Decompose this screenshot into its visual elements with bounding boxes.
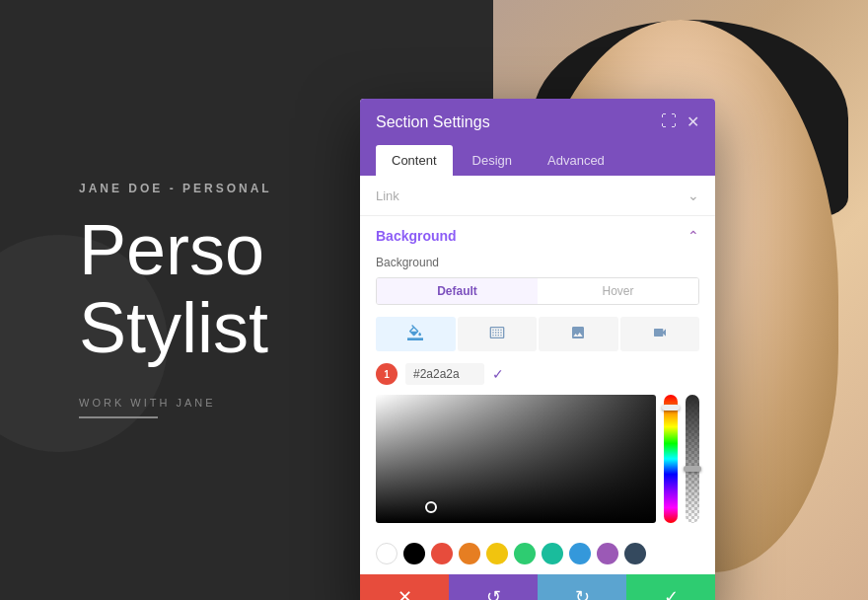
color-swatches bbox=[360, 533, 715, 574]
icon-tab-color[interactable] bbox=[376, 317, 456, 351]
color-picker-container bbox=[360, 395, 715, 533]
section-settings-modal: Section Settings ⛶ ✕ Content Design Adva… bbox=[360, 99, 715, 600]
modal-footer: ✕ ↺ ↻ ✓ bbox=[360, 574, 715, 600]
subtitle-text: JANE DOE - PERSONAL bbox=[79, 182, 272, 195]
cta-underline bbox=[79, 416, 158, 418]
page-title: Perso Stylist bbox=[79, 211, 272, 367]
swatch-yellow[interactable] bbox=[486, 543, 508, 564]
opacity-slider-wrapper bbox=[686, 395, 699, 523]
title-line1: Perso bbox=[79, 211, 272, 289]
opacity-handle bbox=[684, 466, 701, 472]
expand-icon[interactable]: ⛶ bbox=[661, 112, 677, 131]
modal-title: Section Settings bbox=[376, 113, 490, 131]
swatch-teal[interactable] bbox=[542, 543, 563, 564]
page-cta: WORK WITH JANE bbox=[79, 397, 272, 418]
opacity-slider[interactable] bbox=[686, 395, 699, 523]
swatch-orange[interactable] bbox=[459, 543, 480, 564]
color-confirm-icon[interactable]: ✓ bbox=[492, 366, 504, 382]
chevron-down-icon: ⌄ bbox=[687, 188, 699, 203]
color-number-badge: 1 bbox=[376, 363, 398, 385]
icon-tabs bbox=[376, 317, 699, 351]
icon-tab-video[interactable] bbox=[620, 317, 700, 351]
tab-design[interactable]: Design bbox=[457, 145, 528, 176]
opacity-overlay bbox=[686, 395, 699, 523]
link-row[interactable]: Link ⌄ bbox=[360, 176, 715, 216]
modal-tabs: Content Design Advanced bbox=[360, 145, 715, 176]
background-label: Background bbox=[376, 256, 699, 269]
swatch-black[interactable] bbox=[403, 543, 425, 564]
hue-handle bbox=[662, 405, 680, 411]
swatch-purple[interactable] bbox=[597, 543, 618, 564]
swatch-green[interactable] bbox=[514, 543, 536, 564]
color-hex-input[interactable] bbox=[405, 363, 484, 385]
swatch-dark[interactable] bbox=[624, 543, 646, 564]
link-label: Link bbox=[376, 188, 399, 203]
sub-tabs: Default Hover bbox=[376, 277, 699, 305]
hue-slider-wrapper bbox=[664, 395, 678, 523]
background-section: Background ⌃ Background Default Hover bbox=[360, 216, 715, 351]
swatch-red[interactable] bbox=[431, 543, 453, 564]
confirm-button[interactable]: ✓ bbox=[626, 574, 715, 600]
close-icon[interactable]: ✕ bbox=[687, 112, 699, 131]
color-gradient-picker[interactable] bbox=[376, 395, 656, 523]
modal-body: Link ⌄ Background ⌃ Background Default H… bbox=[360, 176, 715, 574]
modal-header-icons: ⛶ ✕ bbox=[661, 112, 699, 131]
sub-tab-default[interactable]: Default bbox=[377, 278, 538, 304]
cancel-button[interactable]: ✕ bbox=[360, 574, 449, 600]
color-input-row: 1 ✓ bbox=[360, 363, 715, 385]
background-section-title: Background bbox=[376, 228, 457, 244]
background-section-header[interactable]: Background ⌃ bbox=[376, 228, 699, 244]
icon-tab-image[interactable] bbox=[539, 317, 618, 351]
reset-button[interactable]: ↺ bbox=[449, 574, 538, 600]
page-content: JANE DOE - PERSONAL Perso Stylist WORK W… bbox=[79, 182, 272, 418]
swatch-blue[interactable] bbox=[569, 543, 591, 564]
redo-button[interactable]: ↻ bbox=[538, 574, 626, 600]
icon-tab-gradient[interactable] bbox=[458, 317, 538, 351]
modal-header: Section Settings ⛶ ✕ bbox=[360, 99, 715, 145]
sub-tab-hover[interactable]: Hover bbox=[538, 278, 698, 304]
tab-content[interactable]: Content bbox=[376, 145, 453, 176]
color-picker-cursor bbox=[425, 501, 437, 513]
title-line2: Stylist bbox=[79, 289, 272, 367]
tab-advanced[interactable]: Advanced bbox=[532, 145, 620, 176]
swatch-white[interactable] bbox=[376, 543, 398, 564]
chevron-up-icon: ⌃ bbox=[687, 228, 699, 244]
hue-slider[interactable] bbox=[664, 395, 678, 523]
page-subtitle: JANE DOE - PERSONAL bbox=[79, 182, 272, 195]
cta-label: WORK WITH JANE bbox=[79, 397, 216, 409]
